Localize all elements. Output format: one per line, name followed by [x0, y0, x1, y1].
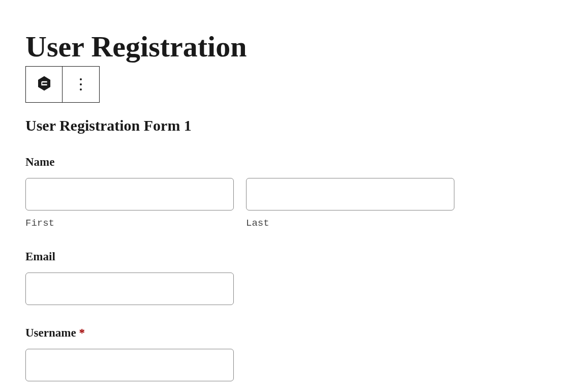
- page-title: User Registration: [25, 31, 558, 63]
- more-options-button[interactable]: [63, 67, 99, 102]
- form-title: User Registration Form 1: [25, 117, 558, 134]
- gravity-forms-icon: [36, 75, 53, 94]
- required-asterisk: *: [79, 326, 85, 339]
- email-field-group: Email: [25, 250, 483, 305]
- email-label: Email: [25, 250, 483, 263]
- block-type-button[interactable]: [26, 67, 63, 102]
- first-name-sublabel: First: [25, 218, 234, 229]
- username-label: Username *: [25, 326, 483, 340]
- email-input[interactable]: [25, 273, 234, 305]
- more-vertical-icon: [80, 78, 82, 91]
- username-field-group: Username *: [25, 326, 483, 381]
- form-container: Name First Last Email Username *: [25, 156, 483, 381]
- first-name-input[interactable]: [25, 178, 234, 210]
- username-input[interactable]: [25, 349, 234, 381]
- block-toolbar: [25, 66, 100, 103]
- last-name-input[interactable]: [246, 178, 454, 210]
- last-name-sublabel: Last: [246, 218, 454, 229]
- name-label: Name: [25, 156, 483, 169]
- name-field-group: Name First Last: [25, 156, 483, 229]
